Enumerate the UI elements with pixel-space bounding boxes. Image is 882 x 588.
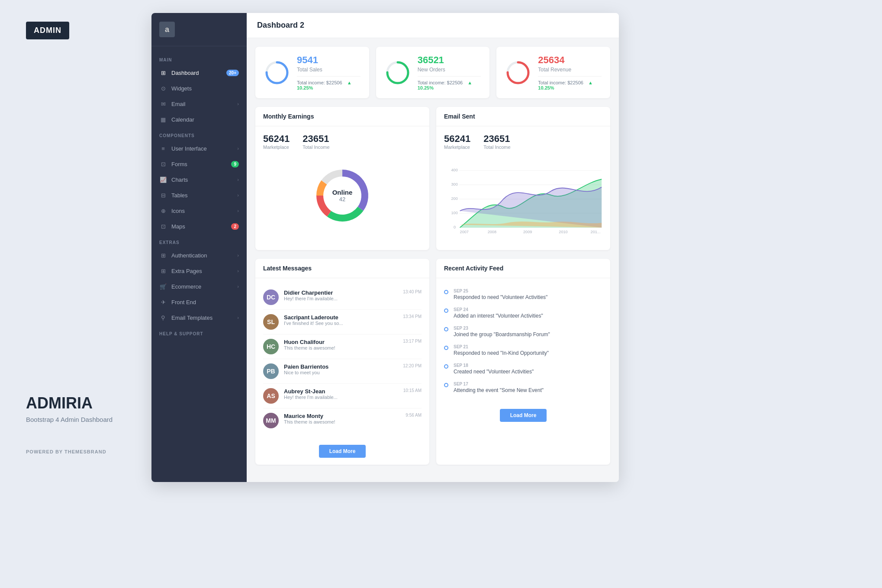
list-item[interactable]: PB Paien Barrientos Nice to meet you 12:… bbox=[263, 359, 422, 384]
sidebar-item-maps[interactable]: ⊡Maps2 bbox=[151, 218, 247, 234]
activity-desc-4: Created need "Volunteer Activities" bbox=[454, 369, 534, 375]
sidebar-item-email-templates[interactable]: ⚲Email Templates› bbox=[151, 310, 247, 325]
monthly-earnings-header: Monthly Earnings bbox=[255, 107, 429, 126]
sidebar-item-authentication[interactable]: ⊞Authentication› bbox=[151, 247, 247, 263]
svg-text:400: 400 bbox=[451, 168, 457, 172]
svg-text:2007: 2007 bbox=[460, 230, 469, 234]
email-value-1: 23651 bbox=[483, 133, 510, 145]
message-name-4: Aubrey St-Jean bbox=[284, 388, 398, 395]
load-more-messages-button[interactable]: Load More bbox=[319, 445, 366, 458]
activity-body: SEP 25 Responded to need "Volunteer Acti… bbox=[436, 278, 610, 404]
message-time-0: 13:40 PM bbox=[403, 289, 422, 294]
message-preview-2: This theme is awesome! bbox=[284, 345, 398, 350]
message-name-0: Didier Charpentier bbox=[284, 289, 398, 296]
icons-icon: ⊕ bbox=[159, 207, 167, 215]
message-avatar-3: PB bbox=[263, 363, 279, 379]
activity-date-1: SEP 24 bbox=[454, 307, 543, 312]
message-content-3: Paien Barrientos Nice to meet you bbox=[284, 363, 398, 375]
authentication-icon: ⊞ bbox=[159, 251, 167, 259]
earnings-sublabel-0: Marketplace bbox=[263, 145, 290, 150]
svg-text:201...: 201... bbox=[591, 230, 601, 234]
stat-value-1: 36521 bbox=[418, 55, 481, 66]
svg-text:300: 300 bbox=[451, 182, 457, 186]
email-sent-body: 56241Marketplace23651Total Income 400 30… bbox=[436, 126, 610, 250]
content-body: 9541Total SalesTotal income: $22506 ▲ 10… bbox=[247, 38, 619, 482]
calendar-label: Calendar bbox=[171, 116, 239, 123]
earnings-stats: 56241Marketplace23651Total Income bbox=[263, 133, 422, 150]
dashboard-icon: ⊞ bbox=[159, 69, 167, 77]
svg-text:0: 0 bbox=[454, 225, 456, 229]
message-name-1: Sacripant Laderoute bbox=[284, 314, 398, 321]
svg-text:2009: 2009 bbox=[523, 230, 532, 234]
sidebar-item-charts[interactable]: 📈Charts› bbox=[151, 172, 247, 187]
sidebar-item-forms[interactable]: ⊡Forms9 bbox=[151, 156, 247, 172]
activity-dot-3 bbox=[444, 346, 448, 350]
list-item[interactable]: SL Sacripant Laderoute I've finished it!… bbox=[263, 310, 422, 334]
activity-dot-4 bbox=[444, 364, 448, 369]
sidebar-item-extra-pages[interactable]: ⊞Extra Pages› bbox=[151, 263, 247, 279]
icons-label: Icons bbox=[171, 208, 237, 214]
email-stat-1: 23651Total Income bbox=[483, 133, 510, 150]
activity-desc-3: Responded to need "In-Kind Opportunity" bbox=[454, 350, 549, 356]
stat-label-0: Total Sales bbox=[297, 67, 361, 73]
sidebar-item-calendar[interactable]: ▦Calendar bbox=[151, 112, 247, 127]
dashboard-label: Dashboard bbox=[171, 70, 226, 76]
nav-section-components: Components bbox=[151, 127, 247, 141]
list-item[interactable]: AS Aubrey St-Jean Hey! there I'm availab… bbox=[263, 384, 422, 408]
email-templates-chevron-icon: › bbox=[237, 315, 239, 320]
sidebar-item-widgets[interactable]: ⊙Widgets bbox=[151, 80, 247, 96]
charts-chevron-icon: › bbox=[237, 177, 239, 182]
list-item[interactable]: MM Maurice Monty This theme is awesome! … bbox=[263, 408, 422, 433]
activity-date-2: SEP 23 bbox=[454, 326, 550, 331]
sidebar-logo-area: a bbox=[151, 13, 247, 46]
sidebar-navigation: Main⊞Dashboard20+⊙Widgets✉Email›▦Calenda… bbox=[151, 46, 247, 482]
activity-date-0: SEP 25 bbox=[454, 289, 547, 293]
load-more-activity-button[interactable]: Load More bbox=[500, 409, 547, 422]
stat-footer-1: Total income: $22506 ▲ 10.25% bbox=[418, 76, 481, 90]
sidebar-logo-icon: a bbox=[159, 22, 175, 37]
list-item: SEP 17 Attending the event "Some New Eve… bbox=[444, 378, 602, 397]
icons-chevron-icon: › bbox=[237, 208, 239, 213]
powered-by: POWERED BY THEMESBRAND bbox=[26, 449, 138, 454]
email-sent-header: Email Sent bbox=[436, 107, 610, 126]
email-templates-label: Email Templates bbox=[171, 315, 237, 321]
stats-row: 9541Total SalesTotal income: $22506 ▲ 10… bbox=[255, 47, 610, 98]
earnings-stat-1: 23651Total Income bbox=[303, 133, 329, 150]
area-chart-svg: 400 300 200 100 0 bbox=[444, 160, 602, 238]
list-item[interactable]: HC Huon Chalifour This theme is awesome!… bbox=[263, 334, 422, 359]
earnings-stat-0: 56241Marketplace bbox=[263, 133, 290, 150]
email-sent-card: Email Sent 56241Marketplace23651Total In… bbox=[436, 107, 610, 250]
stat-footer-2: Total income: $22506 ▲ 10.25% bbox=[538, 76, 602, 90]
user-interface-icon: ≡ bbox=[159, 145, 167, 152]
monthly-earnings-card: Monthly Earnings 56241Marketplace23651To… bbox=[255, 107, 429, 250]
nav-section-extras: Extras bbox=[151, 234, 247, 247]
sidebar-item-user-interface[interactable]: ≡User Interface› bbox=[151, 141, 247, 156]
list-item[interactable]: DC Didier Charpentier Hey! there I'm ava… bbox=[263, 285, 422, 310]
message-content-0: Didier Charpentier Hey! there I'm availa… bbox=[284, 289, 398, 301]
email-icon: ✉ bbox=[159, 100, 167, 108]
list-item: SEP 24 Added an interest "Volunteer Acti… bbox=[444, 304, 602, 322]
activity-dot-5 bbox=[444, 383, 448, 387]
earnings-value-0: 56241 bbox=[263, 133, 290, 145]
sidebar-item-dashboard[interactable]: ⊞Dashboard20+ bbox=[151, 65, 247, 80]
list-item: SEP 21 Responded to need "In-Kind Opport… bbox=[444, 341, 602, 360]
sidebar-item-email[interactable]: ✉Email› bbox=[151, 96, 247, 112]
sidebar-item-tables[interactable]: ⊟Tables› bbox=[151, 187, 247, 203]
sidebar-item-front-end[interactable]: ✈Front End bbox=[151, 294, 247, 310]
email-chevron-icon: › bbox=[237, 101, 239, 106]
stat-growth-2: ▲ 10.25% bbox=[538, 80, 593, 90]
stat-circle-0 bbox=[264, 60, 290, 86]
donut-center: Online 42 bbox=[332, 189, 353, 202]
forms-label: Forms bbox=[171, 161, 231, 167]
sidebar-item-icons[interactable]: ⊕Icons› bbox=[151, 203, 247, 218]
sidebar-item-ecommerce[interactable]: 🛒Ecommerce› bbox=[151, 279, 247, 294]
brand-subtitle: Bootstrap 4 Admin Dashboard bbox=[26, 416, 138, 423]
message-time-3: 12:20 PM bbox=[403, 363, 422, 368]
message-name-5: Maurice Monty bbox=[284, 413, 400, 419]
message-time-4: 10:15 AM bbox=[403, 388, 422, 393]
stat-circle-1 bbox=[385, 60, 411, 86]
message-avatar-2: HC bbox=[263, 339, 279, 354]
message-content-4: Aubrey St-Jean Hey! there I'm available.… bbox=[284, 388, 398, 400]
message-preview-0: Hey! there I'm available... bbox=[284, 296, 398, 301]
activity-content-4: SEP 18 Created need "Volunteer Activitie… bbox=[454, 363, 534, 375]
